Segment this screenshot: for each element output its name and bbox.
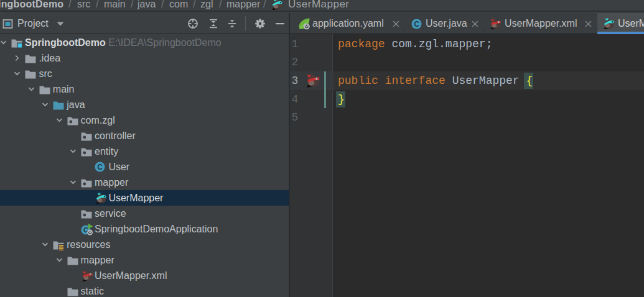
svg-text:C: C	[414, 20, 419, 29]
svg-text:C: C	[98, 163, 103, 171]
